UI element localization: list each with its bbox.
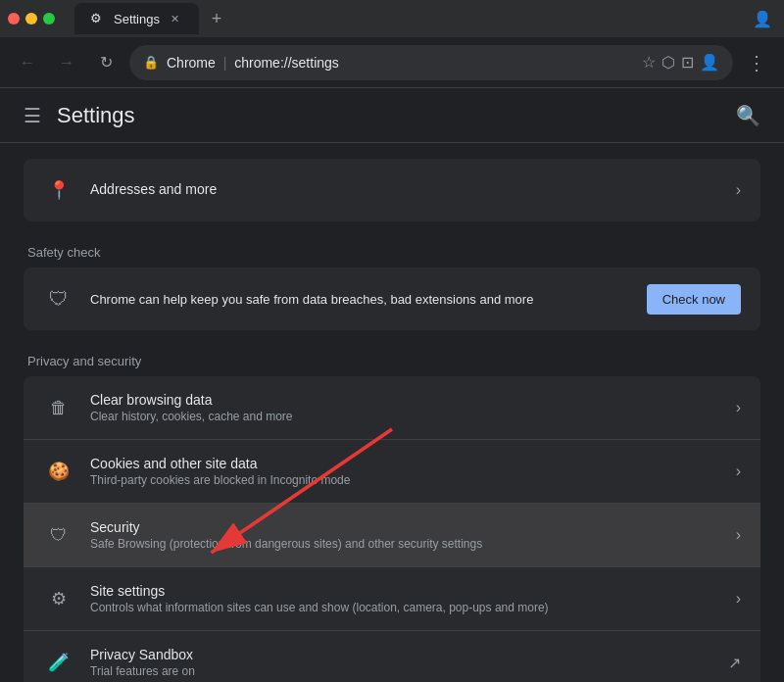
cookies-chevron-icon: › bbox=[736, 463, 741, 480]
privacy-security-card-wrapper: 🗑 Clear browsing data Clear history, coo… bbox=[24, 376, 760, 682]
site-settings-subtitle: Controls what information sites can use … bbox=[90, 601, 728, 614]
trash-icon: 🗑 bbox=[43, 392, 74, 423]
nav-bar: ← → ↻ 🔒 Chrome | chrome://settings ☆ ⬡ ⊡… bbox=[0, 37, 784, 88]
security-text: Security Safe Browsing (protection from … bbox=[90, 519, 728, 551]
tab-title: Settings bbox=[114, 12, 160, 26]
search-icon[interactable]: 🔍 bbox=[736, 104, 760, 127]
site-settings-icon: ⚙ bbox=[43, 583, 74, 614]
extension-icon[interactable]: ⬡ bbox=[662, 53, 675, 72]
active-tab[interactable]: ⚙ Settings ✕ bbox=[74, 3, 199, 34]
address-bar[interactable]: 🔒 Chrome | chrome://settings ☆ ⬡ ⊡ 👤 bbox=[129, 45, 733, 80]
privacy-sandbox-text: Privacy Sandbox Trial features are on bbox=[90, 647, 720, 678]
site-settings-row[interactable]: ⚙ Site settings Controls what informatio… bbox=[24, 567, 760, 631]
hamburger-icon[interactable]: ☰ bbox=[24, 104, 41, 127]
safety-check-section-label: Safety check bbox=[24, 229, 760, 268]
addresses-row-title: Addresses and more bbox=[90, 181, 728, 197]
safety-shield-icon: 🛡 bbox=[43, 283, 74, 315]
clear-browsing-row[interactable]: 🗑 Clear browsing data Clear history, coo… bbox=[24, 376, 760, 440]
addresses-chevron-icon: › bbox=[736, 181, 741, 199]
site-settings-chevron-icon: › bbox=[736, 590, 741, 608]
site-name: Chrome bbox=[167, 55, 216, 71]
title-bar: ⚙ Settings ✕ + 👤 bbox=[0, 0, 784, 37]
address-icon: 📍 bbox=[43, 174, 74, 206]
forward-button[interactable]: → bbox=[51, 47, 82, 78]
addresses-card: 📍 Addresses and more › bbox=[24, 159, 760, 221]
maximize-button[interactable] bbox=[43, 13, 55, 24]
close-button[interactable] bbox=[8, 13, 20, 24]
clear-browsing-subtitle: Clear history, cookies, cache and more bbox=[90, 410, 728, 423]
cookies-text: Cookies and other site data Third-party … bbox=[90, 456, 728, 487]
lock-icon: 🔒 bbox=[143, 55, 159, 70]
sandbox-icon: 🧪 bbox=[43, 647, 74, 678]
titlebar-right-icons: 👤 bbox=[749, 5, 776, 32]
nav-right-icons: ⋮ bbox=[741, 47, 772, 78]
site-settings-title: Site settings bbox=[90, 583, 728, 599]
reload-button[interactable]: ↻ bbox=[90, 47, 122, 78]
safety-check-card: 🛡 Chrome can help keep you safe from dat… bbox=[24, 268, 760, 330]
tab-bar: ⚙ Settings ✕ + bbox=[74, 3, 741, 34]
avatar-icon[interactable]: 👤 bbox=[700, 53, 719, 72]
privacy-security-card: 🗑 Clear browsing data Clear history, coo… bbox=[24, 376, 760, 682]
clear-browsing-title: Clear browsing data bbox=[90, 392, 728, 408]
security-shield-icon: 🛡 bbox=[43, 519, 74, 551]
tab-close-icon[interactable]: ✕ bbox=[168, 11, 183, 26]
cookie-icon: 🍪 bbox=[43, 456, 74, 487]
cookies-subtitle: Third-party cookies are blocked in Incog… bbox=[90, 473, 728, 487]
check-now-button[interactable]: Check now bbox=[647, 284, 741, 315]
cast-icon[interactable]: ⊡ bbox=[681, 53, 694, 72]
page-title: Settings bbox=[57, 103, 135, 128]
profile-icon[interactable]: 👤 bbox=[749, 5, 776, 32]
address-url: chrome://settings bbox=[234, 55, 339, 71]
cookies-title: Cookies and other site data bbox=[90, 456, 728, 471]
addresses-row-text: Addresses and more bbox=[90, 181, 728, 199]
privacy-sandbox-external-icon: ↗ bbox=[728, 654, 741, 672]
clear-browsing-chevron-icon: › bbox=[736, 399, 741, 416]
address-right-icons: ☆ ⬡ ⊡ 👤 bbox=[642, 53, 719, 72]
security-title: Security bbox=[90, 519, 728, 535]
site-settings-text: Site settings Controls what information … bbox=[90, 583, 728, 614]
address-separator: | bbox=[220, 55, 230, 71]
new-tab-button[interactable]: + bbox=[203, 5, 230, 32]
security-chevron-icon: › bbox=[736, 526, 741, 544]
privacy-sandbox-title: Privacy Sandbox bbox=[90, 647, 720, 662]
traffic-lights bbox=[8, 13, 55, 24]
privacy-sandbox-subtitle: Trial features are on bbox=[90, 664, 720, 678]
safety-description: Chrome can help keep you safe from data … bbox=[90, 292, 631, 307]
tab-favicon-icon: ⚙ bbox=[90, 11, 106, 26]
cookies-row[interactable]: 🍪 Cookies and other site data Third-part… bbox=[24, 440, 760, 504]
back-button[interactable]: ← bbox=[12, 47, 43, 78]
clear-browsing-text: Clear browsing data Clear history, cooki… bbox=[90, 392, 728, 423]
privacy-security-section-label: Privacy and security bbox=[24, 338, 760, 376]
security-subtitle: Safe Browsing (protection from dangerous… bbox=[90, 537, 728, 551]
address-text: Chrome | chrome://settings bbox=[167, 55, 634, 71]
main-content: 📍 Addresses and more › Safety check 🛡 Ch… bbox=[0, 143, 784, 682]
privacy-sandbox-row[interactable]: 🧪 Privacy Sandbox Trial features are on … bbox=[24, 631, 760, 682]
minimize-button[interactable] bbox=[25, 13, 37, 24]
addresses-row[interactable]: 📍 Addresses and more › bbox=[24, 159, 760, 221]
security-row[interactable]: 🛡 Security Safe Browsing (protection fro… bbox=[24, 504, 760, 567]
bookmark-icon[interactable]: ☆ bbox=[642, 53, 656, 72]
menu-button[interactable]: ⋮ bbox=[741, 47, 772, 78]
settings-header: ☰ Settings 🔍 bbox=[0, 88, 784, 143]
